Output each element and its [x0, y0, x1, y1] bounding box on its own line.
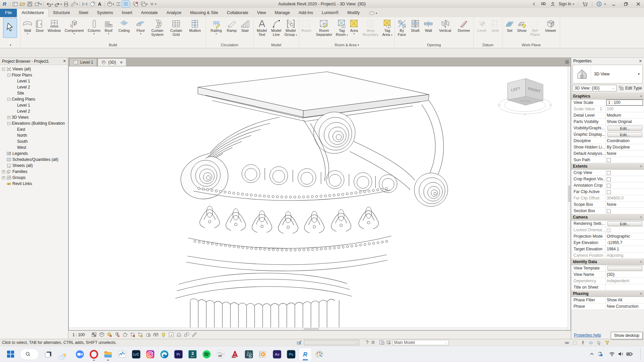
- taskbar-item-task-view[interactable]: [42, 348, 55, 361]
- prop-section-extents[interactable]: Extents«: [571, 163, 644, 170]
- tag-icon[interactable]: [89, 1, 96, 7]
- tree-item-level-2[interactable]: Level 2: [0, 108, 68, 114]
- customize-qat-icon[interactable]: [148, 1, 155, 7]
- redo-caret-icon[interactable]: ▾: [60, 3, 62, 6]
- properties-close-icon[interactable]: ✕: [639, 59, 642, 63]
- section-icon[interactable]: [115, 1, 122, 7]
- battery-icon[interactable]: [626, 352, 633, 356]
- select-face-icon[interactable]: [588, 340, 594, 345]
- taskbar-item-zoom-app[interactable]: [73, 348, 87, 361]
- type-selector[interactable]: 3D View ▼: [573, 65, 643, 83]
- taskbar-item-premiere[interactable]: Pr: [172, 348, 185, 361]
- help-icon[interactable]: ?: [596, 1, 603, 7]
- tree-item-3d-views[interactable]: +3D Views: [0, 114, 68, 120]
- panel-label-datum[interactable]: Datum: [474, 42, 502, 48]
- roof-button[interactable]: Roof▾: [102, 18, 114, 35]
- sign-in-button[interactable]: Sign In: [559, 2, 571, 6]
- panel-label-model[interactable]: Model: [254, 42, 299, 48]
- collapse-icon[interactable]: −: [7, 74, 10, 77]
- redo-icon[interactable]: [54, 1, 61, 7]
- tree-item-level-1[interactable]: Level 1: [0, 102, 68, 108]
- shaft-button[interactable]: Shaft: [408, 18, 422, 33]
- stair-button[interactable]: Stair: [238, 18, 252, 33]
- ramp-button[interactable]: Ramp: [226, 18, 238, 33]
- tree-item-east[interactable]: East: [0, 126, 68, 132]
- window-button[interactable]: Window: [46, 18, 63, 33]
- switch-windows-caret-icon[interactable]: ▾: [146, 3, 148, 6]
- drag-on-selection-icon[interactable]: [596, 340, 602, 345]
- view-scale-button[interactable]: 1 : 100: [72, 333, 85, 337]
- area-button[interactable]: Area▾: [348, 18, 360, 35]
- horizontal-scrollbar[interactable]: [69, 327, 568, 330]
- ribbon-tab-steel[interactable]: Steel: [74, 9, 93, 17]
- close-button[interactable]: [633, 1, 643, 7]
- prop-input-selected[interactable]: 1 : 100: [606, 100, 643, 106]
- taskbar-item-revit-app[interactable]: R: [299, 348, 312, 361]
- ribbon-tab-annotate[interactable]: Annotate: [137, 9, 162, 17]
- analytical-model-icon[interactable]: [176, 332, 182, 338]
- taskbar-item-media-player[interactable]: [256, 348, 270, 361]
- set-button[interactable]: Set: [503, 18, 516, 33]
- undo-icon[interactable]: [45, 1, 52, 7]
- ribbon-tab-file[interactable]: File: [0, 9, 17, 17]
- ribbon-tab-manage[interactable]: Manage: [270, 9, 294, 17]
- panel-label-build[interactable]: Build: [20, 42, 206, 48]
- displacement-sets-icon[interactable]: [184, 332, 190, 338]
- crop-view-icon[interactable]: [130, 332, 136, 338]
- taskbar-item-lightroom[interactable]: LrC: [129, 348, 143, 361]
- tray-chevron-icon[interactable]: [590, 352, 594, 356]
- modify-button[interactable]: [3, 18, 17, 38]
- drawing-area[interactable]: NESW LEFT FRONT BOTTOM: [68, 66, 571, 330]
- start-button[interactable]: [4, 348, 17, 361]
- expand-icon[interactable]: +: [2, 176, 5, 179]
- prop-button[interactable]: Edit...: [607, 126, 642, 131]
- collapse-icon[interactable]: −: [7, 122, 10, 125]
- taskbar-item-autocad[interactable]: CAD: [228, 348, 241, 361]
- design-option-select[interactable]: Main Model⌄: [392, 340, 449, 345]
- sync-caret-icon[interactable]: ▾: [40, 3, 42, 6]
- ribbon-tab-architecture[interactable]: Architecture: [17, 8, 49, 17]
- design-options-icon[interactable]: [379, 340, 385, 345]
- temporary-hide-isolate-icon[interactable]: [153, 332, 159, 338]
- open-folder-icon[interactable]: [19, 1, 26, 7]
- default-3d-view-icon[interactable]: [106, 1, 113, 7]
- ribbon-tab-analyze[interactable]: Analyze: [162, 9, 185, 17]
- prop-checkbox[interactable]: [607, 190, 611, 194]
- taskbar-item-task-manager[interactable]: [115, 348, 129, 361]
- editing-requests[interactable]: :0: [365, 340, 374, 345]
- filter-icon[interactable]: [604, 340, 610, 345]
- sun-path-icon[interactable]: [107, 332, 113, 338]
- select-link-icon[interactable]: [564, 340, 570, 345]
- prop-checkbox[interactable]: [607, 158, 611, 162]
- tree-item-schedules-quantities-all-[interactable]: Schedules/Quantities (all): [0, 157, 68, 163]
- measure-caret-icon[interactable]: ▾: [76, 3, 78, 6]
- taskbar-item-paint-3d[interactable]: [313, 348, 326, 361]
- tree-item-sheets-all-[interactable]: Sheets (all): [0, 163, 68, 169]
- minimize-button[interactable]: [608, 1, 619, 7]
- curtain-system-button[interactable]: CurtainSystem: [148, 18, 167, 37]
- dimension-aligned-icon[interactable]: [81, 1, 88, 7]
- taskbar-item-spotify[interactable]: [200, 348, 213, 361]
- ribbon-tab-structure[interactable]: Structure: [49, 9, 74, 17]
- taskbar-item-edge[interactable]: [158, 348, 171, 361]
- prop-checkbox[interactable]: [607, 171, 611, 175]
- component-button[interactable]: Component▾: [62, 18, 86, 35]
- panel-label-opening[interactable]: Opening: [395, 42, 473, 48]
- vertical-opening-button[interactable]: Vertical: [435, 18, 456, 33]
- vertical-scrollbar[interactable]: [568, 66, 571, 330]
- panel-label-select[interactable]: ▾: [0, 42, 20, 48]
- taskbar-item-google-earth[interactable]: Pro: [214, 348, 227, 361]
- properties-header[interactable]: Properties ✕: [571, 58, 644, 64]
- ribbon-tab-collaborate[interactable]: Collaborate: [222, 9, 253, 17]
- panel-label-work-plane[interactable]: Work Plane: [502, 42, 560, 48]
- tree-item-site[interactable]: Site: [0, 90, 68, 96]
- select-pin-icon[interactable]: [580, 340, 586, 345]
- show-desktop-edge[interactable]: [640, 348, 641, 360]
- volume-icon[interactable]: [618, 352, 623, 356]
- tree-item-groups[interactable]: +Groups: [0, 175, 68, 181]
- ribbon-tab-modify[interactable]: Modify: [343, 9, 364, 17]
- railing-button[interactable]: Railing▾: [207, 18, 226, 35]
- ceiling-button[interactable]: Ceiling: [115, 18, 133, 33]
- ribbon-display-toggle[interactable]: ▾: [367, 10, 380, 17]
- view-tab--3d-[interactable]: {3D}✕: [98, 58, 127, 66]
